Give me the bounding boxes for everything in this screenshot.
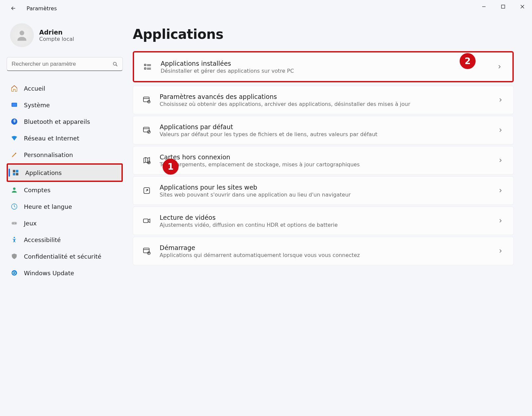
open-external-icon — [142, 186, 152, 196]
sidebar-item-label: Bluetooth et appareils — [24, 118, 90, 125]
sidebar-item-label: Système — [24, 102, 50, 109]
card-installed-apps[interactable]: Applications installées Désinstaller et … — [134, 52, 512, 81]
card-title: Applications par défaut — [160, 123, 490, 130]
chevron-right-icon — [497, 188, 503, 194]
card-video-playback[interactable]: Lecture de vidéos Ajustements vidéo, dif… — [133, 207, 514, 235]
svg-point-2 — [113, 62, 116, 65]
user-block[interactable]: Adrien Compte local — [7, 23, 123, 47]
svg-rect-4 — [12, 103, 17, 106]
svg-rect-9 — [16, 173, 18, 175]
sidebar-item-label: Réseau et Internet — [24, 135, 79, 142]
svg-point-1 — [20, 31, 24, 35]
svg-rect-19 — [143, 97, 149, 102]
startup-icon — [142, 246, 152, 256]
page-title: Applications — [133, 27, 514, 42]
svg-point-15 — [14, 237, 15, 238]
svg-rect-7 — [16, 170, 18, 172]
sidebar-item-systeme[interactable]: Système — [7, 97, 123, 113]
sidebar-item-label: Accessibilité — [24, 236, 61, 243]
sidebar-nav: Accueil Système Bluetooth et appareils R… — [7, 80, 123, 281]
card-sub: Choisissez où obtenir des applications, … — [160, 101, 490, 107]
sidebar-item-label: Heure et langue — [24, 203, 72, 210]
card-sub: Désinstaller et gérer des applications s… — [161, 68, 489, 74]
svg-point-10 — [13, 188, 15, 190]
minimize-button[interactable] — [474, 0, 494, 13]
card-sub: Valeurs par défaut pour les types de fic… — [160, 131, 490, 137]
map-download-icon — [142, 155, 152, 165]
sidebar-item-reseau[interactable]: Réseau et Internet — [7, 130, 123, 146]
card-title: Lecture de vidéos — [160, 214, 490, 221]
card-sub: Ajustements vidéo, diffusion en continu … — [160, 222, 490, 228]
bluetooth-icon — [11, 118, 18, 125]
sidebar-item-comptes[interactable]: Comptes — [7, 182, 123, 198]
svg-point-14 — [15, 223, 16, 223]
card-default-apps[interactable]: Applications par défaut Valeurs par défa… — [133, 116, 514, 144]
sidebar-item-label: Applications — [25, 169, 62, 176]
shield-icon — [11, 253, 18, 260]
window-gear-icon — [142, 95, 152, 105]
sidebar-item-personnalisation[interactable]: Personnalisation — [7, 147, 123, 163]
close-button[interactable] — [513, 0, 532, 13]
gamepad-icon — [11, 219, 18, 227]
card-startup[interactable]: Démarrage Applications qui démarrent aut… — [133, 237, 514, 265]
main-panel: Applications Applications installées Dés… — [129, 17, 532, 416]
sidebar: Adrien Compte local Accueil Système — [0, 17, 129, 416]
sidebar-item-windows-update[interactable]: Windows Update — [7, 265, 123, 281]
maximize-button[interactable] — [494, 0, 513, 13]
back-button[interactable] — [7, 2, 20, 15]
card-offline-maps[interactable]: Cartes hors connexion Téléchargements, e… — [133, 146, 514, 175]
svg-rect-8 — [13, 173, 15, 175]
sidebar-item-bluetooth[interactable]: Bluetooth et appareils — [7, 114, 123, 129]
chevron-right-icon — [496, 64, 502, 70]
chevron-right-icon — [497, 127, 503, 133]
chevron-right-icon — [497, 157, 503, 163]
user-name: Adrien — [39, 29, 74, 36]
clock-icon — [11, 203, 18, 210]
user-sub: Compte local — [39, 36, 74, 42]
sidebar-item-label: Windows Update — [24, 270, 74, 277]
accessibility-icon — [11, 236, 18, 243]
card-advanced-app-settings[interactable]: Paramètres avancés des applications Choi… — [133, 86, 514, 114]
card-sub: Applications qui démarrent automatiqueme… — [160, 252, 490, 258]
chevron-right-icon — [497, 218, 503, 224]
svg-rect-21 — [143, 127, 149, 132]
svg-point-13 — [13, 223, 13, 223]
window-check-icon — [142, 125, 152, 135]
video-icon — [142, 216, 152, 226]
search-icon — [112, 61, 118, 67]
sidebar-item-jeux[interactable]: Jeux — [7, 215, 123, 231]
home-icon — [11, 85, 18, 92]
system-icon — [11, 101, 18, 109]
card-apps-websites[interactable]: Applications pour les sites web Sites we… — [133, 176, 514, 205]
sidebar-item-accessibilite[interactable]: Accessibilité — [7, 232, 123, 248]
svg-rect-26 — [143, 248, 149, 253]
search-input[interactable] — [7, 57, 123, 71]
window-title: Paramètres — [27, 5, 57, 12]
svg-rect-0 — [501, 5, 505, 8]
card-title: Démarrage — [160, 244, 490, 251]
sidebar-item-label: Accueil — [24, 85, 45, 92]
account-icon — [11, 186, 18, 194]
sidebar-item-heure[interactable]: Heure et langue — [7, 199, 123, 214]
annotation-badge-1: 1 — [163, 159, 179, 175]
svg-point-16 — [12, 270, 17, 276]
sidebar-item-label: Comptes — [24, 187, 50, 194]
chevron-right-icon — [497, 248, 503, 254]
title-bar: Paramètres — [0, 0, 532, 17]
avatar — [10, 23, 34, 47]
paint-icon — [11, 151, 18, 158]
sidebar-item-label: Personnalisation — [24, 151, 73, 158]
annotation-highlight-2: Applications installées Désinstaller et … — [133, 51, 514, 82]
sidebar-item-label: Jeux — [24, 220, 37, 227]
svg-rect-12 — [12, 222, 17, 224]
sidebar-item-applications[interactable]: Applications — [8, 165, 121, 181]
card-title: Applications installées — [161, 60, 489, 67]
sidebar-item-confidentialite[interactable]: Confidentialité et sécurité — [7, 248, 123, 264]
sidebar-item-accueil[interactable]: Accueil — [7, 80, 123, 96]
card-title: Cartes hors connexion — [160, 153, 490, 161]
svg-rect-25 — [143, 219, 148, 223]
annotation-highlight-1: Applications — [7, 163, 123, 182]
card-title: Applications pour les sites web — [160, 184, 490, 191]
annotation-badge-2: 2 — [460, 53, 476, 69]
card-sub: Téléchargements, emplacement de stockage… — [160, 161, 490, 168]
